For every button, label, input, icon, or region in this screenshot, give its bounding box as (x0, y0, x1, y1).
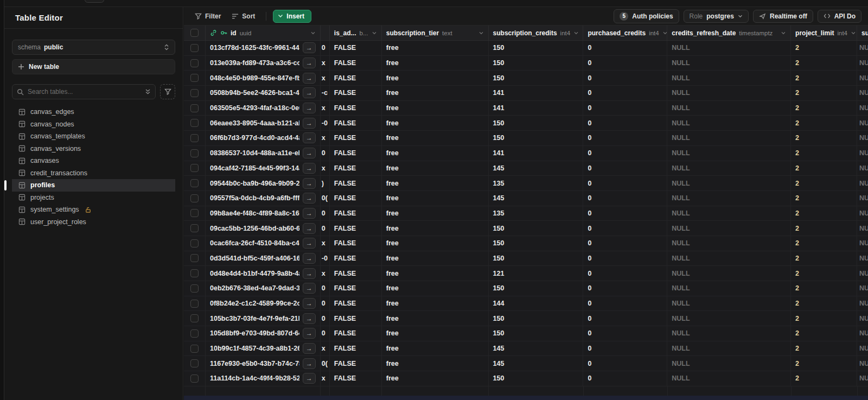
id-cell[interactable]: 06eaee33-8905-4aaa-b121-ab552...→ (206, 116, 321, 130)
expand-row-button[interactable]: → (303, 298, 316, 309)
is-admin-cell[interactable]: FALSE (330, 251, 382, 266)
collapse-handle[interactable] (85, 0, 104, 3)
expand-row-button[interactable]: → (303, 268, 316, 279)
project-limit-cell[interactable]: 2 (791, 326, 857, 341)
column-header-is_ad...[interactable]: is_ad...b... (330, 26, 382, 40)
filter-button[interactable]: Filter (190, 10, 225, 22)
subscription-credits-cell[interactable]: 150 (489, 116, 584, 130)
is-admin-cell[interactable]: FALSE (330, 296, 382, 311)
clipped-column-cell[interactable]: NU (857, 116, 868, 130)
subscription-credits-cell[interactable]: 150 (489, 281, 584, 296)
project-limit-cell[interactable]: 2 (791, 281, 857, 296)
purchased-credits-cell[interactable]: 0 (583, 296, 667, 311)
credits-refresh-date-cell[interactable]: NULL (667, 356, 791, 371)
expand-row-button[interactable]: → (303, 103, 316, 113)
id-cell[interactable]: 063505e5-4293-4faf-a18c-0e65b...→ (206, 101, 321, 116)
credits-refresh-date-cell[interactable]: NULL (667, 251, 791, 266)
clipped-column-cell[interactable]: NU (857, 356, 868, 371)
column-menu-chevron-icon[interactable] (781, 31, 786, 35)
credits-refresh-date-cell[interactable]: NULL (667, 281, 791, 296)
subscription-credits-cell[interactable]: 150 (489, 56, 584, 71)
clipped-column-cell[interactable]: NU (857, 371, 868, 386)
is-admin-cell[interactable]: FALSE (330, 266, 382, 281)
subscription-tier-cell[interactable]: free (382, 296, 489, 311)
clipped-column-cell[interactable]: NU (857, 71, 868, 85)
row-checkbox[interactable] (190, 74, 199, 82)
column-header-project_limit[interactable]: project_limitint4 (791, 26, 857, 40)
credits-refresh-date-cell[interactable]: NULL (667, 266, 791, 281)
select-all-checkbox[interactable] (190, 29, 199, 37)
column-header-credits_refresh_date[interactable]: credits_refresh_datetimestamptz (667, 26, 791, 40)
subscription-credits-cell[interactable]: 150 (489, 41, 584, 55)
expand-row-button[interactable]: → (303, 328, 316, 339)
project-limit-cell[interactable]: 2 (791, 296, 857, 311)
horizontal-scrollbar[interactable] (184, 396, 868, 400)
subscription-credits-cell[interactable]: 150 (489, 71, 584, 85)
id-cell[interactable]: 0cac6fca-26cf-4510-84ba-c4580...→ (206, 236, 321, 251)
clipped-cell[interactable]: 0 (321, 326, 330, 341)
subscription-credits-cell[interactable]: 150 (489, 371, 584, 386)
subscription-tier-cell[interactable]: free (382, 56, 489, 71)
clipped-cell[interactable]: -0 (321, 251, 330, 266)
clipped-cell[interactable]: 0 (321, 206, 330, 221)
column-menu-chevron-icon[interactable] (478, 31, 484, 35)
subscription-credits-cell[interactable]: 135 (489, 176, 584, 191)
purchased-credits-cell[interactable]: 0 (583, 371, 667, 386)
sidebar-item-profiles[interactable]: profiles (12, 179, 175, 192)
subscription-credits-cell[interactable]: 145 (489, 356, 584, 371)
subscription-tier-cell[interactable]: free (382, 41, 489, 55)
expand-row-button[interactable]: → (303, 73, 316, 84)
api-docs-button[interactable]: API Do (818, 10, 861, 23)
clipped-cell[interactable]: ) (321, 176, 330, 191)
subscription-tier-cell[interactable]: free (382, 326, 489, 341)
project-limit-cell[interactable]: 2 (791, 131, 857, 145)
clipped-cell[interactable]: x (321, 371, 330, 386)
id-cell[interactable]: 06f6b7d3-977d-4cd0-acd4-4a78...→ (206, 131, 321, 145)
clipped-column-cell[interactable]: NU (857, 326, 868, 341)
clipped-column-cell[interactable]: NU (857, 131, 868, 145)
is-admin-cell[interactable]: FALSE (330, 161, 382, 176)
clipped-column-cell[interactable]: NU (857, 56, 868, 71)
row-checkbox[interactable] (190, 284, 199, 293)
column-menu-chevron-icon[interactable] (310, 31, 316, 35)
id-cell[interactable]: 0508b94b-5ee2-4626-bca1-4bca...→ (206, 86, 321, 100)
row-checkbox[interactable] (190, 134, 199, 142)
expand-row-button[interactable]: → (303, 178, 316, 189)
clipped-cell[interactable]: x (321, 101, 330, 116)
row-checkbox[interactable] (190, 164, 199, 172)
search-tables-input[interactable] (28, 88, 141, 96)
project-limit-cell[interactable]: 2 (791, 251, 857, 266)
purchased-credits-cell[interactable]: 0 (583, 116, 667, 130)
subscription-credits-cell[interactable]: 145 (489, 191, 584, 206)
row-checkbox[interactable] (190, 314, 199, 322)
subscription-tier-cell[interactable]: free (382, 356, 489, 371)
subscription-credits-cell[interactable]: 150 (489, 236, 584, 251)
clipped-cell[interactable]: 0 (321, 221, 330, 236)
is-admin-cell[interactable]: FALSE (330, 326, 382, 341)
purchased-credits-cell[interactable]: 0 (583, 86, 667, 100)
insert-button[interactable]: Insert (273, 10, 311, 23)
row-checkbox[interactable] (190, 374, 199, 383)
project-limit-cell[interactable]: 2 (791, 341, 857, 356)
subscription-credits-cell[interactable]: 150 (489, 221, 584, 236)
subscription-credits-cell[interactable]: 150 (489, 251, 584, 266)
clipped-column-cell[interactable]: NU (857, 266, 868, 281)
column-menu-chevron-icon[interactable] (372, 31, 377, 35)
project-limit-cell[interactable]: 2 (791, 41, 857, 55)
sidebar-item-credit_transactions[interactable]: credit_transactions (12, 167, 175, 180)
project-limit-cell[interactable]: 2 (791, 161, 857, 176)
expand-row-button[interactable]: → (303, 132, 316, 143)
credits-refresh-date-cell[interactable]: NULL (667, 176, 791, 191)
subscription-credits-cell[interactable]: 145 (489, 161, 584, 176)
sidebar-item-user_project_roles[interactable]: user_project_roles (12, 216, 175, 228)
is-admin-cell[interactable]: FALSE (330, 311, 382, 326)
auth-policies-button[interactable]: 5 Auth policies (614, 9, 679, 23)
purchased-credits-cell[interactable]: 0 (583, 131, 667, 145)
subscription-tier-cell[interactable]: free (382, 131, 489, 145)
is-admin-cell[interactable]: FALSE (330, 221, 382, 236)
expand-row-button[interactable]: → (303, 238, 316, 249)
subscription-tier-cell[interactable]: free (382, 236, 489, 251)
schema-select[interactable]: schema public (12, 40, 175, 55)
subscription-credits-cell[interactable]: 141 (489, 86, 584, 100)
column-header-id[interactable]: iduuid (206, 26, 321, 40)
